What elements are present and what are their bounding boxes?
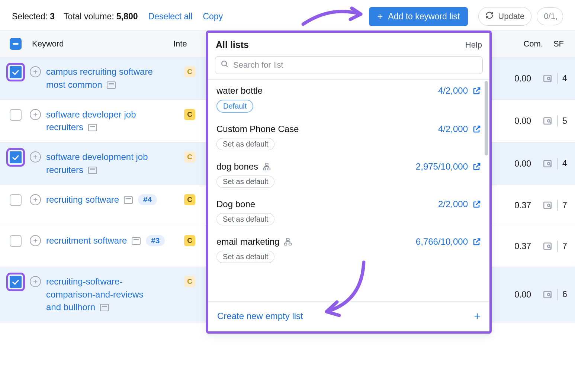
column-keyword[interactable]: Keyword: [32, 39, 173, 49]
default-badge: Default: [216, 100, 253, 113]
search-list-field[interactable]: [233, 60, 477, 70]
deselect-all-link[interactable]: Deselect all: [148, 12, 193, 22]
column-sf[interactable]: SF: [547, 39, 570, 49]
list-item[interactable]: dog bones2,975/10,000Set as default: [208, 155, 489, 193]
open-list-icon[interactable]: [472, 125, 481, 134]
sf-cell: 4: [542, 73, 570, 84]
open-list-icon[interactable]: [472, 162, 481, 171]
expand-icon[interactable]: +: [30, 151, 41, 163]
serp-features-icon[interactable]: [542, 201, 553, 210]
annotation-arrow-top: [301, 4, 368, 32]
copy-link[interactable]: Copy: [203, 12, 223, 22]
serp-icon[interactable]: [88, 124, 97, 131]
svg-rect-23: [287, 238, 289, 241]
com-value: 0.00: [499, 289, 531, 299]
master-checkbox[interactable]: [10, 38, 22, 50]
svg-rect-24: [285, 243, 287, 245]
serp-features-icon[interactable]: [542, 290, 553, 299]
list-item[interactable]: Dog bone2/2,000Set as default: [208, 193, 489, 231]
serp-features-icon[interactable]: [542, 242, 553, 251]
keyword-link[interactable]: software development job recruiters: [46, 151, 158, 177]
list-count: 2/2,000: [438, 199, 468, 209]
open-list-icon[interactable]: [472, 86, 481, 95]
svg-point-18: [222, 61, 227, 66]
add-to-keyword-list-button[interactable]: + Add to keyword list: [369, 7, 468, 26]
help-link[interactable]: Help: [465, 40, 482, 50]
expand-icon[interactable]: +: [30, 109, 41, 120]
expand-icon[interactable]: +: [30, 235, 41, 246]
set-default-button[interactable]: Set as default: [216, 176, 274, 188]
intent-badge: C: [184, 194, 195, 205]
row-checkbox[interactable]: [10, 109, 22, 121]
svg-rect-21: [263, 168, 266, 170]
list-count: 4/2,000: [438, 86, 468, 96]
shared-icon: [284, 238, 292, 246]
sf-count: 4: [562, 73, 567, 83]
update-button[interactable]: Update: [478, 7, 531, 26]
set-default-button[interactable]: Set as default: [216, 213, 274, 225]
sf-count: 5: [562, 116, 567, 126]
svg-rect-22: [268, 168, 270, 170]
serp-icon[interactable]: [132, 237, 141, 245]
keyword-link[interactable]: software developer job recruiters: [46, 108, 158, 134]
set-default-button[interactable]: Set as default: [216, 251, 274, 263]
com-value: 0.37: [499, 200, 531, 211]
keyword-link[interactable]: recruiting software: [46, 193, 133, 206]
row-checkbox[interactable]: [10, 276, 22, 288]
sf-cell: 5: [542, 115, 570, 126]
expand-icon[interactable]: +: [30, 66, 41, 77]
svg-point-10: [547, 204, 550, 207]
list-name: dog bones: [216, 161, 258, 172]
create-new-list-label: Create new empty list: [217, 311, 303, 321]
list-name: water bottle: [216, 86, 263, 96]
serp-icon[interactable]: [124, 196, 133, 204]
com-value: 0.00: [499, 116, 531, 126]
row-checkbox[interactable]: [10, 151, 22, 163]
serp-icon[interactable]: [88, 167, 97, 174]
svg-point-16: [547, 293, 550, 296]
expand-icon[interactable]: +: [30, 194, 41, 205]
list-item[interactable]: Custom Phone Case4/2,000Set as default: [208, 118, 489, 155]
sf-cell: 7: [542, 200, 570, 211]
svg-point-4: [547, 120, 550, 122]
column-intent[interactable]: Inte: [173, 39, 196, 49]
scrollbar[interactable]: [485, 81, 488, 155]
com-value: 0.00: [499, 73, 531, 83]
search-list-input[interactable]: [215, 56, 483, 74]
rank-badge: #4: [138, 194, 157, 205]
column-com[interactable]: Com.: [511, 39, 543, 49]
sf-cell: 6: [542, 289, 570, 300]
expand-icon[interactable]: +: [30, 276, 41, 287]
open-list-icon[interactable]: [472, 237, 481, 246]
open-list-icon[interactable]: [472, 200, 481, 209]
intent-badge: C: [184, 276, 195, 287]
annotation-arrow-bottom: [319, 260, 375, 322]
row-checkbox[interactable]: [10, 235, 22, 247]
keyword-link[interactable]: recruitment software: [46, 234, 141, 247]
row-checkbox[interactable]: [10, 194, 22, 206]
intent-badge: C: [184, 235, 195, 246]
list-name: Custom Phone Case: [216, 124, 299, 134]
update-progress: 0/1,: [537, 7, 563, 25]
list-count: 4/2,000: [438, 124, 468, 134]
keyword-link[interactable]: campus recruiting software most common: [46, 65, 158, 91]
set-default-button[interactable]: Set as default: [216, 138, 274, 150]
list-count: 6,766/10,000: [416, 237, 468, 247]
plus-icon: +: [474, 310, 481, 322]
serp-icon[interactable]: [100, 304, 109, 311]
rank-badge: #3: [146, 235, 165, 246]
serp-icon[interactable]: [107, 81, 116, 89]
sf-cell: 4: [542, 158, 570, 169]
row-checkbox[interactable]: [10, 66, 22, 78]
action-toolbar: Selected: 3 Total volume: 5,800 Deselect…: [0, 0, 575, 30]
serp-features-icon[interactable]: [542, 116, 553, 125]
intent-badge: C: [184, 109, 195, 120]
shared-icon: [263, 163, 271, 171]
svg-rect-20: [265, 163, 268, 166]
serp-features-icon[interactable]: [542, 74, 553, 83]
com-value: 0.37: [499, 241, 531, 251]
keyword-link[interactable]: recruiting-software-comparison-and-revie…: [46, 275, 158, 314]
list-item[interactable]: water bottle4/2,000Default: [208, 80, 489, 118]
serp-features-icon[interactable]: [542, 159, 553, 168]
svg-rect-25: [289, 243, 291, 245]
